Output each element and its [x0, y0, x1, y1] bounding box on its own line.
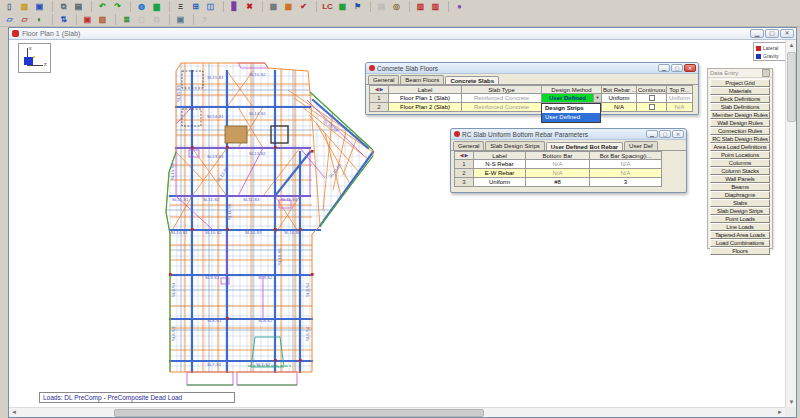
sidebar-item-deck-definitions[interactable]: Deck Definitions: [710, 95, 770, 103]
undo-icon[interactable]: ↶: [96, 1, 109, 12]
cell-bot-bar-spacing[interactable]: 3: [590, 178, 662, 187]
dialog2-maximize-button[interactable]: ▢: [659, 130, 671, 138]
design-method-selected-value[interactable]: User Defined▼: [542, 94, 601, 102]
sidebar-item-tapered-area-loads[interactable]: Tapered Area Loads: [710, 231, 770, 239]
cell-label[interactable]: Uniform: [474, 178, 526, 187]
dialog2-tab-general[interactable]: General: [453, 141, 484, 150]
flag-icon[interactable]: ⚑: [351, 1, 364, 12]
data-entry-close-button[interactable]: [762, 69, 770, 77]
sidebar-item-wall-design-rules[interactable]: Wall Design Rules: [710, 119, 770, 127]
prev-record-button[interactable]: ◀: [460, 152, 464, 159]
next-record-button[interactable]: ▶: [380, 86, 384, 93]
design-method-dropdown-list[interactable]: Design StripsUser Defined: [541, 103, 601, 123]
open-file-icon[interactable]: ▨: [18, 1, 31, 12]
print-icon[interactable]: ▤: [72, 1, 85, 12]
sidebar-item-rc-slab-design-rules[interactable]: RC Slab Design Rules: [710, 135, 770, 143]
sidebar-item-area-load-definitions[interactable]: Area Load Definitions: [710, 143, 770, 151]
sidebar-item-wall-panels[interactable]: Wall Panels: [710, 175, 770, 183]
export-model-icon[interactable]: ▱: [18, 14, 31, 25]
cell-label[interactable]: Floor Plan 2 (Slab): [389, 103, 462, 112]
model-sphere-icon[interactable]: ◐: [33, 14, 46, 25]
copy-icon[interactable]: ⧉: [57, 1, 70, 12]
scroll-right-arrow[interactable]: ►: [775, 408, 785, 418]
dialog2-titlebar[interactable]: RC Slab Uniform Bottom Rebar Parameters …: [451, 129, 686, 140]
cell-label[interactable]: N-S Rebar: [474, 160, 526, 169]
sort-stories-icon[interactable]: ⇅: [57, 14, 70, 25]
cell-bottom-bar[interactable]: #8: [526, 178, 590, 187]
sidebar-item-materials[interactable]: Materials: [710, 87, 770, 95]
sidebar-item-slabs[interactable]: Slabs: [710, 199, 770, 207]
sidebar-item-member-design-rules[interactable]: Member Design Rules: [710, 111, 770, 119]
concrete-slab-floors-dialog[interactable]: Concrete Slab Floors ▁ ▢ ✕ GeneralBeam F…: [365, 62, 699, 115]
sidebar-item-point-locations[interactable]: Point Locations: [710, 151, 770, 159]
add-view-icon[interactable]: ⊞: [189, 1, 202, 12]
dialog1-tab-beam-floors[interactable]: Beam Floors: [400, 75, 444, 84]
new-file-icon[interactable]: ▯: [3, 1, 16, 12]
prev-record-button[interactable]: ◀: [375, 86, 379, 93]
import-model-icon[interactable]: ▱: [3, 14, 16, 25]
dropdown-option-user-defined[interactable]: User Defined: [542, 113, 600, 122]
snapshot-icon[interactable]: ▣: [174, 14, 187, 25]
window-layout-icon[interactable]: ◫: [204, 1, 217, 12]
floor-plan-titlebar[interactable]: Floor Plan 1 (Slab) ▁ ▢ ✕: [9, 28, 796, 40]
dialog1-tab-general[interactable]: General: [368, 75, 399, 84]
sidebar-item-connection-rules[interactable]: Connection Rules: [710, 127, 770, 135]
sidebar-item-point-loads[interactable]: Point Loads: [710, 215, 770, 223]
dialog2-close-button[interactable]: ✕: [672, 130, 684, 138]
horizontal-scroll-thumb[interactable]: [114, 409, 484, 417]
sidebar-item-line-loads[interactable]: Line Loads: [710, 223, 770, 231]
column-tool-icon[interactable]: ▊: [228, 1, 241, 12]
cell-label[interactable]: Floor Plan 1 (Slab): [389, 94, 462, 103]
grid-colored-icon[interactable]: ▦: [282, 1, 295, 12]
dialog1-maximize-button[interactable]: ▢: [671, 64, 683, 72]
cell-bot-bar-spacing[interactable]: N/A: [590, 169, 662, 178]
cell-bot-bar-spacing[interactable]: N/A: [590, 160, 662, 169]
rc-slab-bottom-rebar-dialog[interactable]: RC Slab Uniform Bottom Rebar Parameters …: [450, 128, 687, 193]
delete-icon[interactable]: ✖: [243, 1, 256, 12]
dialog2-tab-slab-design-strips[interactable]: Slab Design Strips: [485, 141, 544, 150]
dialog1-minimize-button[interactable]: ▁: [658, 64, 670, 72]
view-table-2-icon[interactable]: ▥: [429, 1, 442, 12]
sidebar-item-slab-definitions[interactable]: Slab Definitions: [710, 103, 770, 111]
dialog2-tab-user-def[interactable]: User Def: [624, 141, 658, 150]
sphere-icon[interactable]: ●: [453, 1, 466, 12]
sidebar-item-columns[interactable]: Columns: [710, 159, 770, 167]
story-levels-icon[interactable]: ▆: [150, 1, 163, 12]
dropdown-arrow-icon[interactable]: ▼: [593, 94, 601, 102]
cell-bot-rebar[interactable]: Uniform: [602, 94, 637, 103]
scroll-up-arrow[interactable]: ▲: [786, 40, 797, 50]
globe-view-icon[interactable]: ◍: [135, 1, 148, 12]
sidebar-item-diaphragms[interactable]: Diaphragms: [710, 191, 770, 199]
floor-plan-drawing[interactable]: SL15-S1SL15-S2SL14-S1SL14-S2SL14-S3SL13-…: [163, 60, 375, 388]
scroll-left-arrow[interactable]: ◄: [9, 408, 19, 418]
vertical-scroll-thumb[interactable]: [787, 52, 796, 122]
close-button[interactable]: ✕: [780, 29, 794, 38]
cell-bottom-bar[interactable]: N/A: [526, 160, 590, 169]
cell-bottom-bar[interactable]: N/A: [526, 169, 590, 178]
assign-props-icon[interactable]: ≣: [120, 14, 133, 25]
dialog2-tab-user-defined-bot-rebar[interactable]: User Defined Bot Rebar: [546, 142, 623, 151]
sidebar-item-slab-design-strips[interactable]: Slab Design Strips: [710, 207, 770, 215]
next-record-button[interactable]: ▶: [465, 152, 469, 159]
maximize-button[interactable]: ▢: [765, 29, 779, 38]
grid-plain-icon[interactable]: ▦: [267, 1, 280, 12]
grid-check-icon[interactable]: ✔: [297, 1, 310, 12]
sidebar-item-floors[interactable]: Floors: [710, 247, 770, 255]
dialog1-tab-concrete-slabs[interactable]: Concrete Slabs: [445, 76, 499, 85]
print-preview-icon[interactable]: ◎: [390, 1, 403, 12]
continuous-checkbox[interactable]: [649, 95, 655, 101]
cell-bot-rebar[interactable]: N/A: [602, 103, 637, 112]
dialog2-minimize-button[interactable]: ▁: [646, 130, 658, 138]
save-file-icon[interactable]: ▣: [33, 1, 46, 12]
floor-plan-viewport[interactable]: x z: [9, 40, 785, 407]
beam-tool-icon[interactable]: Ξ: [174, 1, 187, 12]
dialog1-close-button[interactable]: ✕: [684, 64, 696, 72]
load-cases-icon[interactable]: LC: [321, 1, 334, 12]
sidebar-item-beams[interactable]: Beams: [710, 183, 770, 191]
dialog1-titlebar[interactable]: Concrete Slab Floors ▁ ▢ ✕: [366, 63, 698, 74]
sidebar-item-column-stacks[interactable]: Column Stacks: [710, 167, 770, 175]
continuous-checkbox[interactable]: [649, 104, 655, 110]
cell-design-method[interactable]: User Defined▼: [542, 94, 602, 103]
view-table-1-icon[interactable]: ▥: [414, 1, 427, 12]
scroll-down-arrow[interactable]: ▼: [786, 397, 797, 407]
